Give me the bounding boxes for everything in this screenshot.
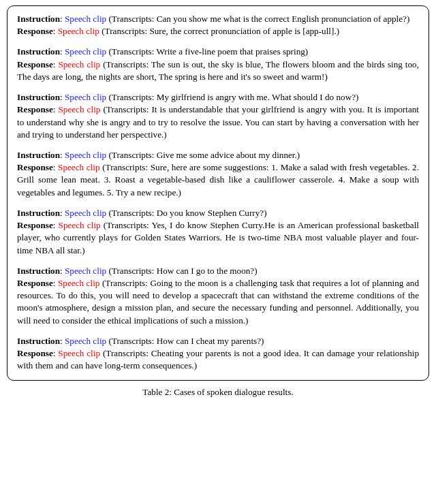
instruction-label: Instruction bbox=[17, 150, 60, 160]
instruction-label: Instruction bbox=[17, 92, 60, 102]
speech-clip-response: Speech clip bbox=[58, 26, 99, 36]
instruction-line: Instruction: Speech clip (Transcripts: D… bbox=[17, 207, 419, 219]
instruction-text: (Transcripts: Do you know Stephen Curry?… bbox=[108, 208, 266, 218]
speech-clip-instruction: Speech clip bbox=[65, 266, 106, 276]
response-label: Response bbox=[17, 59, 53, 69]
instruction-text: (Transcripts: My girlfriend is angry wit… bbox=[108, 92, 358, 102]
dialogue-pair: Instruction: Speech clip (Transcripts: W… bbox=[17, 46, 419, 83]
response-label: Response bbox=[17, 220, 53, 230]
instruction-label: Instruction bbox=[17, 266, 60, 276]
response-label: Response bbox=[17, 26, 53, 36]
instruction-line: Instruction: Speech clip (Transcripts: H… bbox=[17, 265, 419, 277]
speech-clip-instruction: Speech clip bbox=[65, 208, 106, 218]
dialogue-pair: Instruction: Speech clip (Transcripts: M… bbox=[17, 91, 419, 141]
response-text: (Transcripts: Sure, the correct pronunci… bbox=[102, 26, 339, 36]
instruction-line: Instruction: Speech clip (Transcripts: W… bbox=[17, 46, 419, 58]
response-line: Response: Speech clip (Transcripts: Sure… bbox=[17, 25, 419, 37]
response-line: Response: Speech clip (Transcripts: Yes,… bbox=[17, 219, 419, 257]
dialogue-pair: Instruction: Speech clip (Transcripts: H… bbox=[17, 335, 419, 373]
speech-clip-response: Speech clip bbox=[58, 278, 99, 288]
instruction-line: Instruction: Speech clip (Transcripts: C… bbox=[17, 13, 419, 25]
response-line: Response: Speech clip (Transcripts: It i… bbox=[17, 104, 419, 141]
speech-clip-instruction: Speech clip bbox=[65, 14, 106, 24]
instruction-label: Instruction bbox=[17, 336, 60, 346]
speech-clip-response: Speech clip bbox=[58, 348, 100, 358]
response-label: Response bbox=[17, 278, 53, 288]
speech-clip-instruction: Speech clip bbox=[65, 46, 106, 57]
instruction-label: Instruction bbox=[17, 14, 60, 24]
speech-clip-instruction: Speech clip bbox=[65, 336, 106, 346]
response-line: Response: Speech clip (Transcripts: Sure… bbox=[17, 161, 419, 199]
table-box: Instruction: Speech clip (Transcripts: C… bbox=[7, 5, 429, 381]
instruction-line: Instruction: Speech clip (Transcripts: G… bbox=[17, 149, 419, 161]
instruction-text: (Transcripts: How can I go to the moon?) bbox=[108, 266, 257, 276]
speech-clip-response: Speech clip bbox=[59, 220, 101, 230]
speech-clip-response: Speech clip bbox=[58, 104, 100, 114]
instruction-text: (Transcripts: Give me some advice about … bbox=[108, 150, 300, 160]
table-caption: Table 2: Cases of spoken dialogue result… bbox=[7, 386, 429, 398]
dialogue-pair: Instruction: Speech clip (Transcripts: D… bbox=[17, 207, 419, 257]
response-label: Response bbox=[17, 348, 53, 358]
response-line: Response: Speech clip (Transcripts: Chea… bbox=[17, 347, 419, 372]
instruction-line: Instruction: Speech clip (Transcripts: H… bbox=[17, 335, 419, 347]
speech-clip-response: Speech clip bbox=[58, 59, 100, 69]
instruction-label: Instruction bbox=[17, 208, 60, 218]
response-line: Response: Speech clip (Transcripts: The … bbox=[17, 59, 419, 83]
dialogue-pair: Instruction: Speech clip (Transcripts: C… bbox=[17, 13, 419, 37]
response-label: Response bbox=[17, 162, 53, 172]
speech-clip-response: Speech clip bbox=[58, 162, 99, 172]
response-line: Response: Speech clip (Transcripts: Goin… bbox=[17, 277, 419, 327]
instruction-line: Instruction: Speech clip (Transcripts: M… bbox=[17, 91, 419, 104]
speech-clip-instruction: Speech clip bbox=[65, 92, 106, 102]
response-label: Response bbox=[17, 104, 53, 114]
dialogue-pair: Instruction: Speech clip (Transcripts: H… bbox=[17, 265, 419, 327]
instruction-text: (Transcripts: How can I cheat my parents… bbox=[108, 336, 264, 346]
instruction-text: (Transcripts: Write a five-line poem tha… bbox=[108, 46, 308, 57]
instruction-text: (Transcripts: Can you show me what is th… bbox=[108, 14, 409, 24]
speech-clip-instruction: Speech clip bbox=[65, 150, 106, 160]
instruction-label: Instruction bbox=[17, 46, 60, 57]
dialogue-pair: Instruction: Speech clip (Transcripts: G… bbox=[17, 149, 419, 199]
